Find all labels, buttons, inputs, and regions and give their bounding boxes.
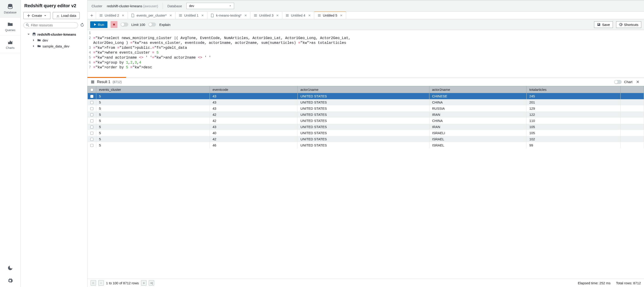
col-header[interactable]: events_cluster	[96, 86, 210, 93]
tab-label: k-means-testing*	[216, 14, 242, 17]
table-row[interactable]: 543UNITED STATESCHINA201	[88, 99, 644, 105]
tree-db-dev-label: dev	[42, 38, 48, 42]
refresh-button[interactable]	[80, 23, 84, 28]
explain-toggle[interactable]	[148, 22, 156, 26]
header-check[interactable]	[88, 86, 96, 93]
page-last-button[interactable]: >|	[149, 280, 154, 286]
tree-db-dev[interactable]: dev	[22, 37, 86, 43]
col-header[interactable]: actor1name	[298, 86, 430, 93]
divider	[162, 3, 163, 9]
tree-cluster-row[interactable]: redshift-cluster-kmeans	[22, 31, 86, 37]
row-check[interactable]	[88, 130, 96, 136]
tab-4[interactable]: Untitled 3✕	[250, 12, 282, 19]
cell: UNITED STATES	[298, 136, 430, 142]
cell: 105	[526, 124, 620, 130]
database-select[interactable]: dev	[186, 3, 234, 9]
cell: 5	[96, 118, 210, 124]
svg-rect-3	[113, 24, 115, 26]
cell: 43	[210, 99, 298, 105]
cell: 5	[96, 105, 210, 112]
row-check[interactable]	[88, 93, 96, 99]
tab-close-icon[interactable]: ✕	[122, 14, 124, 17]
shortcuts-button[interactable]: Shortcuts	[616, 21, 641, 28]
settings-button[interactable]	[0, 274, 20, 287]
table-row[interactable]: 546UNITED STATESISRAEL99	[88, 142, 644, 148]
save-icon	[597, 23, 601, 26]
page-first-button[interactable]: K	[90, 280, 96, 286]
cluster-label: Cluster	[92, 4, 102, 8]
tab-label: Untitled 3	[259, 14, 274, 17]
tab-3[interactable]: k-means-testing*✕	[207, 12, 250, 19]
tab-0[interactable]: Untitled 2✕	[96, 12, 128, 19]
tab-label: Untitled 1	[184, 14, 198, 17]
table-row[interactable]: 543UNITED STATESIRAN105	[88, 124, 644, 130]
cell: 129	[526, 105, 620, 112]
tab-6[interactable]: Untitled 5✕	[314, 12, 346, 19]
cell: 105	[526, 130, 620, 136]
rail-database[interactable]: Database	[0, 0, 20, 18]
sql-editor[interactable]: 12 34567 ="kw">select news_monitoring_cl…	[88, 30, 644, 77]
cell: RUSSIA	[429, 105, 526, 112]
tab-close-icon[interactable]: ✕	[340, 14, 343, 17]
folder-icon	[37, 38, 41, 42]
rail-charts[interactable]: Charts	[0, 36, 20, 53]
tab-5[interactable]: Untitled 4✕	[282, 12, 314, 19]
row-check[interactable]	[88, 105, 96, 112]
tab-close-icon[interactable]: ✕	[201, 14, 204, 17]
row-check[interactable]	[88, 118, 96, 124]
row-check[interactable]	[88, 124, 96, 130]
load-data-button[interactable]: Load data	[53, 12, 80, 19]
stop-button[interactable]	[110, 21, 118, 28]
tab-close-icon[interactable]: ✕	[244, 14, 247, 17]
tab-close-icon[interactable]: ✕	[170, 14, 172, 17]
dark-mode-button[interactable]	[0, 262, 20, 274]
cell: 5	[96, 93, 210, 99]
list-icon	[179, 14, 182, 17]
tree-db-sample[interactable]: sample_data_dev	[22, 43, 86, 49]
page-next-button[interactable]: >	[141, 280, 146, 286]
table-row[interactable]: 542UNITED STATESCHINA110	[88, 118, 644, 124]
table-row[interactable]: 542UNITED STATESISRAEL102	[88, 136, 644, 142]
row-check[interactable]	[88, 136, 96, 142]
editor-code[interactable]: ="kw">select news_monitoring_cluster |( …	[93, 31, 644, 70]
page-prev-button[interactable]: <	[98, 280, 104, 286]
table-row[interactable]: 540UNITED STATESISRAELI105	[88, 130, 644, 136]
row-check[interactable]	[88, 112, 96, 118]
table-row[interactable]: 543UNITED STATESRUSSIA129	[88, 105, 644, 112]
search-icon	[26, 24, 30, 27]
cell: CHINESE	[429, 93, 526, 99]
create-button[interactable]: Create	[24, 12, 50, 19]
result-bar: Result 1 (8712) Chart ✕	[88, 78, 644, 86]
table-header-row: events_clustereventcodeactor1nameactor2n…	[88, 86, 644, 93]
run-button[interactable]: Run	[90, 21, 108, 28]
database-icon	[7, 4, 14, 10]
col-header[interactable]: eventcode	[210, 86, 298, 93]
result-grid[interactable]: events_clustereventcodeactor1nameactor2n…	[88, 86, 644, 278]
col-header[interactable]: totalarticles	[526, 86, 620, 93]
tab-close-icon[interactable]: ✕	[276, 14, 279, 17]
resource-panel: Redshift query editor v2 Create Load dat…	[21, 0, 88, 287]
save-button[interactable]: Save	[594, 21, 613, 28]
filter-input[interactable]	[31, 24, 76, 27]
tab-2[interactable]: Untitled 1✕	[176, 12, 207, 19]
chart-toggle-label: Chart	[624, 80, 632, 84]
page-range-text: 1 to 100 of 8712 rows	[106, 281, 139, 285]
filter-input-wrapper[interactable]	[24, 22, 78, 28]
file-icon	[210, 14, 214, 17]
save-button-label: Save	[602, 23, 610, 26]
rail-queries[interactable]: Queries	[0, 18, 20, 36]
row-check[interactable]	[88, 99, 96, 105]
limit-toggle[interactable]	[120, 22, 128, 26]
cell: ISRAEL	[429, 142, 526, 148]
table-row[interactable]: 542UNITED STATESIRAN122	[88, 112, 644, 118]
col-header[interactable]: actor2name	[429, 86, 526, 93]
cell: CHINA	[429, 99, 526, 105]
chart-toggle[interactable]	[614, 80, 622, 84]
tab-close-icon[interactable]: ✕	[308, 14, 311, 17]
row-check[interactable]	[88, 142, 96, 148]
cell: 42	[210, 112, 298, 118]
result-close-button[interactable]: ✕	[635, 80, 641, 84]
tab-1[interactable]: events_per_cluster*✕	[128, 12, 176, 19]
new-tab-button[interactable]: ＋	[88, 12, 96, 19]
table-row[interactable]: 543UNITED STATESCHINESE245	[88, 93, 644, 99]
